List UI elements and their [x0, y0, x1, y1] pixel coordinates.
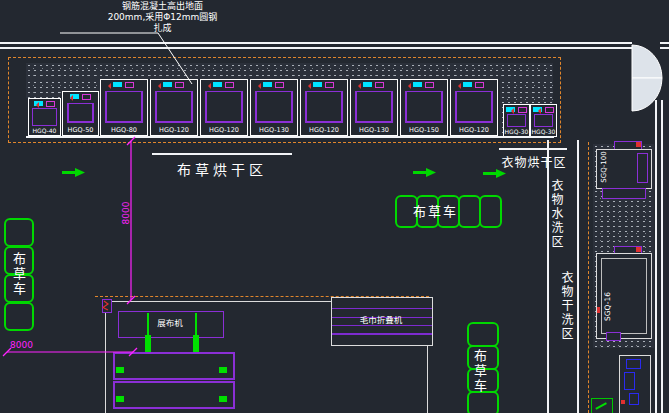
drum-outline: [305, 91, 343, 123]
drum-outline: [534, 114, 553, 127]
arrow-mark-icon: [205, 83, 211, 89]
damper-icon: [46, 101, 55, 107]
wall-line: [577, 140, 579, 413]
cart-label-bottom: 布草车: [470, 349, 489, 399]
machine-model-label: HGQ-30: [531, 128, 556, 136]
drum-outline: [67, 103, 94, 123]
washer-1-door: [637, 153, 648, 183]
drum-outline: [507, 114, 526, 127]
drum-outline: [205, 91, 243, 123]
damper-icon: [425, 82, 434, 88]
wall-line: [0, 42, 632, 44]
wall-line: [0, 47, 632, 49]
zone-overline: [499, 148, 567, 150]
cad-viewport: 钢筋混凝土高出地面 200mm,采用Φ12mm圆钢 扎成 布草烘干区 衣物烘干区…: [0, 0, 669, 413]
dryer-machine[interactable]: HGQ-120: [150, 79, 198, 136]
damper-icon: [225, 82, 234, 88]
drum-outline: [255, 91, 293, 123]
dryer-machine[interactable]: HGQ-130: [250, 79, 298, 136]
vent-icon: [413, 82, 422, 87]
flow-arrow-icon: [413, 168, 436, 177]
dryer-machine[interactable]: HGQ-120: [200, 79, 248, 136]
drum-outline: [355, 91, 393, 123]
damper-icon: [175, 82, 184, 88]
damper-icon: [475, 82, 484, 88]
spreader-feed-tip: [145, 335, 151, 352]
spreader-label: 展布机: [118, 311, 222, 336]
sink-basin: [624, 372, 635, 390]
drum-outline: [155, 91, 193, 123]
cart-label-middle: 布草车: [413, 201, 458, 220]
linen-cart[interactable]: [479, 195, 502, 228]
machine-model-label: HGQ-130: [251, 126, 297, 134]
vent-icon: [463, 82, 472, 87]
ironer-end-mark: [116, 367, 124, 373]
washer-1-base: [602, 188, 646, 199]
machine-model-label: HGQ-120: [201, 126, 247, 134]
dryer-machine[interactable]: HGQ-40: [28, 98, 61, 136]
machine-model-label: HGQ-120: [451, 126, 497, 134]
arrow-mark-icon: [355, 83, 361, 89]
machine-model-label: HGQ-40: [29, 127, 60, 135]
dryer-machine[interactable]: HGQ-50: [62, 91, 99, 136]
power-symbol-box: [102, 299, 112, 313]
dryer-machine[interactable]: HGQ-130: [350, 79, 398, 136]
damper-icon: [275, 82, 284, 88]
zone-label-clothes-washing: 衣物水洗区: [548, 179, 565, 263]
arrow-mark-icon: [455, 83, 461, 89]
annotation-line-3: 扎成: [75, 23, 250, 34]
ironer-machine[interactable]: [113, 352, 235, 380]
machine-model-label: HGQ-150: [401, 126, 447, 134]
ironer-end-mark: [116, 396, 124, 402]
spreader-feed-tip: [193, 335, 199, 352]
base-stripes: [606, 193, 642, 194]
wall-line: [660, 42, 669, 44]
drum-outline: [455, 91, 493, 123]
dryer-machine[interactable]: HGQ-30: [503, 104, 530, 137]
wash-column-dashed-border: [588, 142, 589, 413]
dryer-machine[interactable]: HGQ-80: [100, 79, 148, 136]
vent-icon: [363, 82, 372, 87]
ironer-machine[interactable]: [113, 381, 235, 409]
arrow-mark-icon: [405, 83, 411, 89]
floor-drain-symbol: [591, 398, 613, 413]
wall-line: [660, 47, 669, 49]
towel-folder-label: 毛巾折叠机: [331, 297, 431, 344]
linen-cart[interactable]: [467, 322, 499, 347]
sink-mark: [621, 400, 625, 404]
damper-icon: [325, 82, 334, 88]
dimension-bottom-width: 8000: [10, 340, 33, 350]
linen-cart[interactable]: [458, 195, 481, 228]
damper-icon: [125, 82, 134, 88]
machine-model-label: HGQ-120: [301, 126, 347, 134]
arrow-mark-icon: [305, 83, 311, 89]
door-leaf-icon: [632, 45, 662, 78]
dryer-machine[interactable]: HGQ-150: [400, 79, 448, 136]
dryer-machine[interactable]: HGQ-120: [450, 79, 498, 136]
linen-cart[interactable]: [4, 302, 34, 331]
washer-1-alert-mark: [636, 142, 641, 147]
damper-icon: [82, 94, 91, 100]
vent-icon: [263, 82, 272, 87]
wall-line: [661, 100, 663, 413]
washer-2-model-label: SGQ-16: [603, 285, 612, 329]
annotation-line-1: 钢筋混凝土高出地面: [75, 1, 250, 12]
sink-unit[interactable]: [619, 355, 651, 413]
wall-line: [655, 100, 657, 413]
linen-cart[interactable]: [4, 218, 34, 247]
machine-model-label: HGQ-130: [351, 126, 397, 134]
dryer-machine[interactable]: HGQ-30: [530, 104, 557, 137]
arrow-mark-icon: [67, 95, 73, 101]
arrow-mark-icon: [255, 83, 261, 89]
flow-arrow-icon: [483, 169, 506, 178]
machine-model-label: HGQ-30: [504, 128, 529, 136]
cart-label-left: 布草车: [9, 252, 28, 302]
vent-icon: [163, 82, 172, 87]
damper-icon: [518, 107, 527, 113]
washer-2-mark: [597, 307, 600, 313]
drum-outline: [32, 108, 57, 126]
drain-arrow: [595, 402, 606, 409]
rebar-annotation: 钢筋混凝土高出地面 200mm,采用Φ12mm圆钢 扎成: [75, 1, 250, 34]
dryer-machine[interactable]: HGQ-120: [300, 79, 348, 136]
washer-2-alert-mark: [636, 247, 641, 252]
